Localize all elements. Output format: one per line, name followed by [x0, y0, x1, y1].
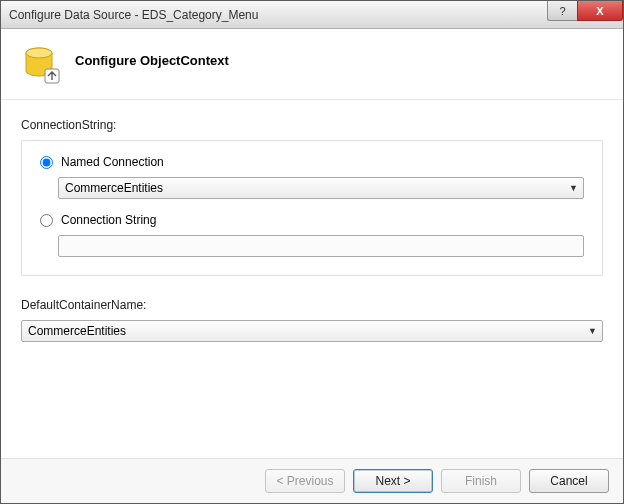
- cancel-button[interactable]: Cancel: [529, 469, 609, 493]
- titlebar-buttons: ? X: [547, 1, 623, 21]
- connection-string-radio[interactable]: [40, 214, 53, 227]
- connection-string-radio-row: Connection String: [40, 213, 584, 227]
- named-connection-radio[interactable]: [40, 156, 53, 169]
- help-button[interactable]: ?: [547, 1, 577, 21]
- wizard-content: ConnectionString: Named Connection Comme…: [1, 100, 623, 458]
- named-connection-select[interactable]: CommerceEntities: [58, 177, 584, 199]
- connection-string-input-wrap: [58, 235, 584, 257]
- next-button[interactable]: Next >: [353, 469, 433, 493]
- wizard-footer: < Previous Next > Finish Cancel: [1, 458, 623, 503]
- defaultcontainer-label: DefaultContainerName:: [21, 298, 603, 312]
- page-title: Configure ObjectContext: [75, 45, 229, 68]
- connection-string-input[interactable]: [58, 235, 584, 257]
- named-connection-select-wrap: CommerceEntities ▼: [58, 177, 584, 199]
- close-button[interactable]: X: [577, 1, 623, 21]
- connectionstring-group: Named Connection CommerceEntities ▼ Conn…: [21, 140, 603, 276]
- defaultcontainer-select-wrap: CommerceEntities ▼: [21, 320, 603, 342]
- previous-button[interactable]: < Previous: [265, 469, 345, 493]
- window-title: Configure Data Source - EDS_Category_Men…: [9, 8, 258, 22]
- finish-button[interactable]: Finish: [441, 469, 521, 493]
- connection-string-label: Connection String: [61, 213, 156, 227]
- svg-point-1: [26, 48, 52, 58]
- defaultcontainer-select[interactable]: CommerceEntities: [21, 320, 603, 342]
- help-icon: ?: [559, 5, 565, 17]
- database-icon: [21, 45, 61, 85]
- wizard-header: Configure ObjectContext: [1, 29, 623, 100]
- named-connection-label: Named Connection: [61, 155, 164, 169]
- dialog-window: Configure Data Source - EDS_Category_Men…: [0, 0, 624, 504]
- title-bar[interactable]: Configure Data Source - EDS_Category_Men…: [1, 1, 623, 29]
- connectionstring-label: ConnectionString:: [21, 118, 603, 132]
- close-icon: X: [596, 5, 603, 17]
- named-connection-radio-row: Named Connection: [40, 155, 584, 169]
